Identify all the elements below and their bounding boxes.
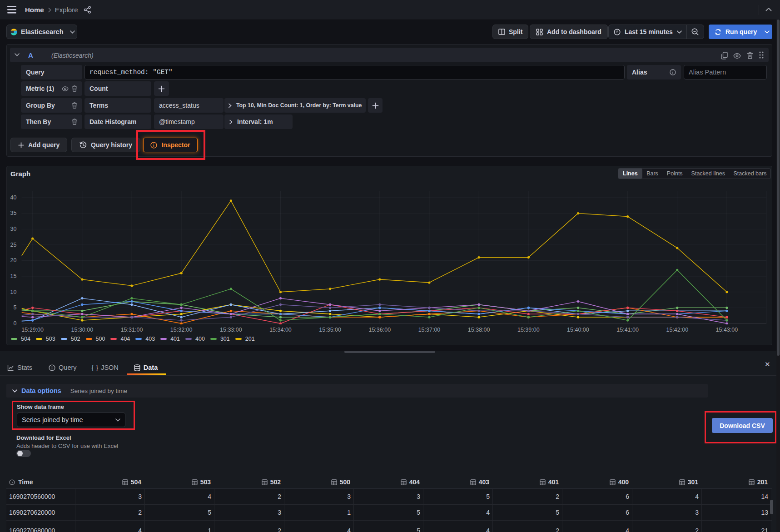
svg-text:15:41:00: 15:41:00 (616, 327, 639, 333)
svg-text:15:29:00: 15:29:00 (21, 327, 44, 333)
svg-text:15:42:00: 15:42:00 (666, 327, 688, 333)
svg-text:15:39:00: 15:39:00 (517, 327, 540, 333)
svg-text:30: 30 (10, 226, 17, 232)
svg-text:15:30:00: 15:30:00 (71, 327, 94, 333)
svg-text:25: 25 (10, 242, 17, 248)
svg-text:15:37:00: 15:37:00 (418, 327, 441, 333)
svg-text:20: 20 (10, 257, 17, 264)
svg-text:15:43:00: 15:43:00 (716, 327, 738, 333)
svg-text:35: 35 (10, 210, 17, 216)
svg-text:15: 15 (10, 273, 17, 279)
svg-text:15:34:00: 15:34:00 (269, 327, 292, 333)
svg-text:5: 5 (14, 304, 17, 311)
svg-text:15:32:00: 15:32:00 (170, 327, 193, 333)
svg-text:15:38:00: 15:38:00 (468, 327, 490, 333)
svg-text:15:40:00: 15:40:00 (567, 327, 589, 333)
svg-text:15:31:00: 15:31:00 (121, 327, 143, 333)
svg-text:10: 10 (10, 289, 17, 295)
svg-text:15:33:00: 15:33:00 (220, 327, 242, 333)
svg-text:40: 40 (10, 194, 17, 201)
svg-text:15:35:00: 15:35:00 (319, 327, 341, 333)
svg-text:0: 0 (14, 320, 17, 327)
svg-text:15:36:00: 15:36:00 (368, 327, 391, 333)
